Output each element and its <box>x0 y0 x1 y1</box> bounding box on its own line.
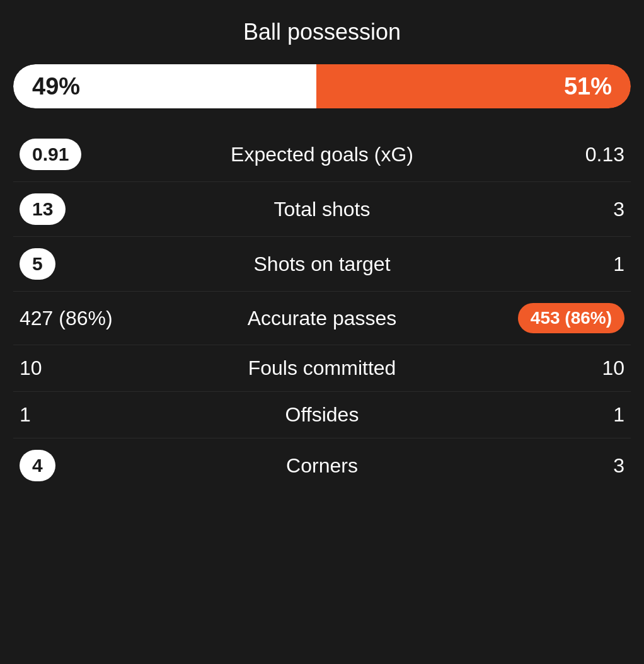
stat-label: Offsides <box>146 403 498 426</box>
stat-left-cell: 427 (86%) <box>20 307 146 330</box>
stat-left-cell: 1 <box>20 403 146 426</box>
possession-left: 49% <box>13 64 316 108</box>
stat-row: 10Fouls committed10 <box>13 345 631 392</box>
stat-label: Fouls committed <box>146 357 498 380</box>
stat-label: Expected goals (xG) <box>146 143 498 166</box>
possession-right: 51% <box>316 64 631 108</box>
stat-left-cell: 5 <box>20 248 146 280</box>
stat-right-cell: 10 <box>498 357 624 380</box>
stat-right-value: 3 <box>511 198 624 221</box>
possession-left-value: 49% <box>32 73 80 100</box>
stat-left-value: 5 <box>20 248 55 280</box>
stat-row: 13Total shots3 <box>13 182 631 237</box>
stat-left-value: 0.91 <box>20 139 81 170</box>
stat-right-value: 1 <box>511 403 624 426</box>
stat-left-cell: 13 <box>20 193 146 225</box>
stat-row: 4Corners3 <box>13 438 631 493</box>
stat-right-value: 453 (86%) <box>518 303 624 333</box>
stat-left-cell: 4 <box>20 450 146 481</box>
stat-right-cell: 0.13 <box>498 143 624 166</box>
stat-row: 1Offsides1 <box>13 392 631 438</box>
stat-left-value: 4 <box>20 450 55 481</box>
stat-right-cell: 1 <box>498 253 624 276</box>
stat-label: Accurate passes <box>146 307 498 330</box>
stat-left-value: 13 <box>20 193 66 225</box>
possession-bar: 49% 51% <box>13 64 631 108</box>
stat-left-value: 10 <box>20 357 133 380</box>
stat-row: 427 (86%)Accurate passes453 (86%) <box>13 292 631 345</box>
page-title: Ball possession <box>243 19 401 45</box>
stat-right-value: 10 <box>511 357 624 380</box>
stat-right-cell: 3 <box>498 454 624 478</box>
stat-row: 0.91Expected goals (xG)0.13 <box>13 127 631 182</box>
stat-left-value: 427 (86%) <box>20 307 133 330</box>
stat-right-cell: 3 <box>498 198 624 221</box>
stat-right-value: 1 <box>511 253 624 276</box>
stat-right-value: 3 <box>511 454 624 478</box>
stat-right-cell: 453 (86%) <box>498 303 624 333</box>
stat-label: Corners <box>146 454 498 478</box>
stat-row: 5Shots on target1 <box>13 237 631 292</box>
stats-container: 0.91Expected goals (xG)0.1313Total shots… <box>13 127 631 493</box>
possession-right-value: 51% <box>564 73 612 100</box>
stat-label: Total shots <box>146 198 498 221</box>
stat-label: Shots on target <box>146 253 498 276</box>
stat-right-value: 0.13 <box>511 143 624 166</box>
stat-left-value: 1 <box>20 403 133 426</box>
stat-left-cell: 0.91 <box>20 139 146 170</box>
stat-left-cell: 10 <box>20 357 146 380</box>
stat-right-cell: 1 <box>498 403 624 426</box>
